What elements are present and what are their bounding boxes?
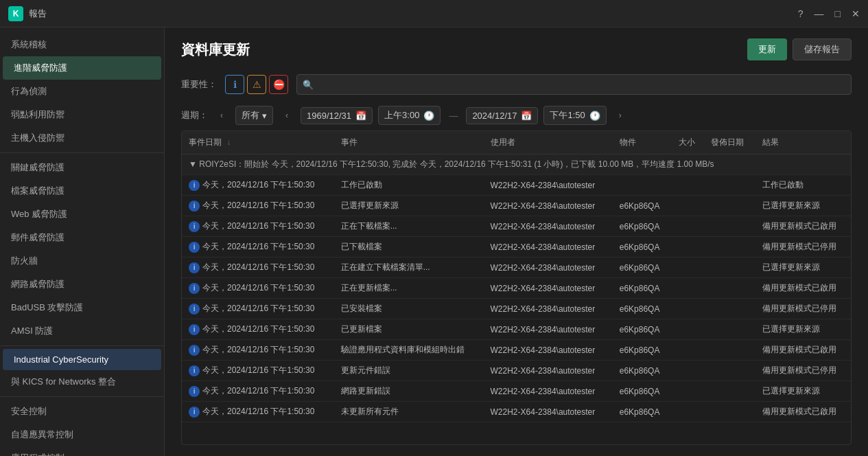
table-row[interactable]: i今天，2024/12/16 下午1:50:30正在建立下載檔案清單...W22… (182, 258, 851, 278)
table-row[interactable]: i今天，2024/12/16 下午1:50:30已下載檔案W22H2-X64-2… (182, 237, 851, 258)
content-header: 資料庫更新 更新 儲存報告 (165, 27, 868, 69)
prev-date-arrow[interactable]: ‹ (279, 107, 295, 124)
table-row[interactable]: i今天，2024/12/16 下午1:50:30網路更新錯誤W22H2-X64-… (182, 381, 851, 402)
save-report-button[interactable]: 儲存報告 (793, 38, 852, 60)
sidebar-item-mail-threat[interactable]: 郵件威脅防護 (0, 226, 164, 249)
table-row[interactable]: i今天，2024/12/16 下午1:50:30已選擇更新來源W22H2-X64… (182, 196, 851, 216)
search-icon: 🔍 (303, 80, 314, 90)
search-input[interactable] (316, 80, 845, 90)
help-button[interactable]: ? (798, 8, 804, 19)
table-row[interactable]: i今天，2024/12/16 下午1:50:30已安裝檔案W22H2-X64-2… (182, 299, 851, 319)
table-row[interactable]: i今天，2024/12/16 下午1:50:30驗證應用程式資料庫和模組時出錯W… (182, 340, 851, 361)
app-title: 報告 (29, 8, 47, 20)
sidebar-divider-1 (0, 152, 164, 153)
sidebar-item-system-audit[interactable]: 系統稽核 (0, 33, 164, 56)
col-object[interactable]: 物件 (613, 131, 672, 155)
close-button[interactable]: ✕ (852, 8, 860, 19)
importance-icons: ℹ ⚠ ⛔ (225, 75, 288, 94)
info-importance-icon[interactable]: ℹ (225, 75, 244, 94)
sidebar-item-exploit-prevention[interactable]: 弱點利用防禦 (0, 103, 164, 126)
calendar-icon-end: 📅 (521, 111, 532, 121)
window-controls: ? — □ ✕ (798, 8, 860, 19)
col-pubdate[interactable]: 發佈日期 (704, 131, 755, 155)
table-row[interactable]: i今天，2024/12/16 下午1:50:30正在下載檔案...W22H2-X… (182, 216, 851, 237)
start-time-input[interactable]: 上午3:00 🕐 (378, 106, 441, 125)
sidebar-item-network-threat[interactable]: 網路威脅防護 (0, 273, 164, 296)
calendar-icon: 📅 (355, 111, 366, 121)
prev-arrow[interactable]: ‹ (213, 107, 230, 124)
start-date-input[interactable]: 1969/12/31 📅 (301, 107, 373, 124)
clock-icon-end: 🕐 (589, 111, 600, 121)
warn-importance-icon[interactable]: ⚠ (247, 75, 266, 94)
end-time-input[interactable]: 下午1:50 🕐 (543, 106, 606, 125)
update-button[interactable]: 更新 (747, 38, 787, 60)
sidebar-item-app-control[interactable]: 應用程式控制 (0, 446, 164, 456)
table-container: 事件日期 ↓ 事件 使用者 物件 大小 發佈日期 結果 ▼ ROIY2eSI：開… (181, 130, 852, 445)
table-row[interactable]: i今天，2024/12/16 下午1:50:30工作已啟動W22H2-X64-2… (182, 175, 851, 196)
sidebar-item-firewall[interactable]: 防火牆 (0, 249, 164, 273)
header-buttons: 更新 儲存報告 (747, 38, 852, 60)
date-bar: 週期： ‹ 所有 ▾ ‹ 1969/12/31 📅 上午3:00 🕐 — 202… (165, 100, 868, 130)
minimize-button[interactable]: — (814, 8, 824, 19)
filter-bar: 重要性： ℹ ⚠ ⛔ 🔍 (165, 69, 868, 100)
maximize-button[interactable]: □ (835, 8, 841, 19)
error-importance-icon[interactable]: ⛔ (269, 75, 288, 94)
sidebar-item-host-intrusion[interactable]: 主機入侵防禦 (0, 126, 164, 150)
sidebar-item-advanced-threat[interactable]: 進階威脅防護 (3, 56, 161, 80)
sidebar-item-security-control[interactable]: 安全控制 (0, 400, 164, 423)
table-group-row: ▼ ROIY2eSI：開始於 今天，2024/12/16 下午12:50:30,… (182, 155, 851, 175)
sidebar-divider-3 (0, 396, 164, 397)
clock-icon: 🕐 (423, 111, 434, 121)
sidebar-item-file-threat[interactable]: 檔案威脅防護 (0, 179, 164, 203)
date-separator: — (446, 111, 460, 121)
table-body: ▼ ROIY2eSI：開始於 今天，2024/12/16 下午12:50:30,… (182, 155, 851, 422)
app-logo: K (8, 6, 23, 21)
col-user[interactable]: 使用者 (484, 131, 613, 155)
table-row[interactable]: i今天，2024/12/16 下午1:50:30已更新檔案W22H2-X64-2… (182, 319, 851, 340)
content-area: 資料庫更新 更新 儲存報告 重要性： ℹ ⚠ ⛔ 🔍 (165, 27, 868, 456)
app-window: K 報告 ? — □ ✕ 系統稽核 進階威脅防護 行為偵測 弱點利用防禦 主機入… (0, 0, 868, 456)
period-label: 週期： (181, 109, 208, 122)
page-title: 資料庫更新 (181, 41, 250, 59)
table-header-row: 事件日期 ↓ 事件 使用者 物件 大小 發佈日期 結果 (182, 131, 851, 155)
table-row[interactable]: i今天，2024/12/16 下午1:50:30未更新所有元件W22H2-X64… (182, 402, 851, 422)
next-date-arrow[interactable]: › (612, 107, 629, 124)
col-size[interactable]: 大小 (672, 131, 705, 155)
sidebar: 系統稽核 進階威脅防護 行為偵測 弱點利用防禦 主機入侵防禦 關鍵威脅防護 檔案… (0, 27, 165, 456)
sidebar-item-amsi[interactable]: AMSI 防護 (0, 319, 164, 343)
table-row[interactable]: i今天，2024/12/16 下午1:50:30正在更新檔案...W22H2-X… (182, 278, 851, 299)
end-date-input[interactable]: 2024/12/17 📅 (466, 107, 538, 124)
period-select[interactable]: 所有 ▾ (235, 106, 273, 125)
main-layout: 系統稽核 進階威脅防護 行為偵測 弱點利用防禦 主機入侵防禦 關鍵威脅防護 檔案… (0, 27, 868, 456)
col-event-date[interactable]: 事件日期 ↓ (182, 131, 334, 155)
sidebar-item-kics-networks[interactable]: 與 KICS for Networks 整合 (0, 370, 164, 394)
chevron-down-icon: ▾ (262, 111, 267, 121)
events-table: 事件日期 ↓ 事件 使用者 物件 大小 發佈日期 結果 ▼ ROIY2eSI：開… (182, 131, 851, 422)
title-bar: K 報告 ? — □ ✕ (0, 0, 868, 27)
col-result[interactable]: 結果 (755, 131, 852, 155)
sort-icon-date: ↓ (226, 137, 231, 147)
sidebar-item-behavior-detection[interactable]: 行為偵測 (0, 80, 164, 103)
table-row[interactable]: i今天，2024/12/16 下午1:50:30更新元件錯誤W22H2-X64-… (182, 361, 851, 381)
sidebar-item-badusb[interactable]: BadUSB 攻擊防護 (0, 296, 164, 319)
sidebar-item-adaptive-anomaly[interactable]: 自適應異常控制 (0, 423, 164, 446)
sidebar-item-critical-threat[interactable]: 關鍵威脅防護 (0, 156, 164, 179)
importance-label: 重要性： (181, 78, 217, 91)
sidebar-item-industrial-cybersecurity[interactable]: Industrial CyberSecurity (3, 349, 161, 370)
sidebar-item-web-threat[interactable]: Web 威脅防護 (0, 203, 164, 226)
col-event[interactable]: 事件 (334, 131, 484, 155)
sidebar-divider-2 (0, 345, 164, 346)
search-box[interactable]: 🔍 (296, 74, 852, 95)
